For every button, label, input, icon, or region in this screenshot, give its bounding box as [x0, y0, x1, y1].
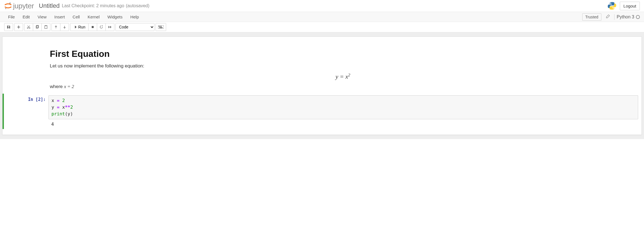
restart-run-all-button[interactable] [106, 23, 114, 31]
input-area: x = 2 y = x**2 print(y) 4 [48, 95, 638, 127]
notebook-name[interactable]: Untitled [39, 2, 60, 9]
paste-button[interactable] [42, 23, 50, 31]
svg-rect-10 [159, 26, 159, 27]
svg-point-3 [29, 28, 30, 29]
svg-rect-12 [161, 26, 162, 27]
menu-help[interactable]: Help [126, 12, 143, 21]
run-group: Run [70, 23, 114, 31]
svg-rect-8 [92, 26, 94, 28]
cut-button[interactable] [24, 23, 33, 31]
cell-type-select[interactable]: Code [115, 23, 154, 31]
header: jupyter Untitled Last Checkpoint: 2 minu… [0, 0, 644, 12]
menu-widgets[interactable]: Widgets [104, 12, 126, 21]
toolbar: Run Code [0, 22, 644, 32]
logo[interactable]: jupyter [4, 2, 34, 10]
svg-rect-13 [159, 27, 163, 28]
svg-point-0 [9, 3, 11, 4]
equation-display: y = x2 [50, 72, 636, 80]
move-group [51, 23, 69, 31]
menu-cell[interactable]: Cell [69, 12, 84, 21]
code-output: 4 [48, 119, 638, 127]
trusted-indicator[interactable]: Trusted [582, 13, 601, 21]
restart-button[interactable] [97, 23, 106, 31]
copy-button[interactable] [33, 23, 42, 31]
heading: First Equation [50, 49, 636, 59]
menu-file[interactable]: File [4, 12, 19, 21]
jupyter-icon [4, 2, 12, 10]
menu-edit[interactable]: Edit [19, 12, 34, 21]
command-palette-button[interactable] [156, 23, 166, 31]
notebook-container: First Equation Let us now implement the … [2, 37, 642, 135]
interrupt-button[interactable] [89, 23, 97, 31]
svg-rect-9 [158, 25, 164, 29]
logout-button[interactable]: Logout [620, 2, 640, 10]
move-up-button[interactable] [51, 23, 60, 31]
menu-view[interactable]: View [34, 12, 50, 21]
code-cell[interactable]: In [2]: x = 2 y = x**2 print(y) 4 [3, 94, 641, 129]
divider [614, 14, 614, 20]
python-icon [608, 1, 616, 10]
autosaved-status: (autosaved) [126, 3, 149, 8]
svg-rect-11 [160, 26, 161, 27]
edit-group [24, 23, 50, 31]
add-cell-button[interactable] [14, 23, 23, 31]
kernel-name[interactable]: Python 3 [617, 14, 634, 20]
kernel-indicator-icon [636, 15, 640, 19]
logo-text: jupyter [13, 2, 34, 10]
where-text: where x = 2 [50, 83, 636, 90]
run-label: Run [78, 25, 85, 29]
svg-point-1 [5, 8, 6, 9]
menu-insert[interactable]: Insert [50, 12, 69, 21]
intro-text: Let us now implement the following equat… [50, 62, 636, 70]
markdown-cell[interactable]: First Equation Let us now implement the … [3, 42, 641, 94]
code-input[interactable]: x = 2 y = x**2 print(y) [48, 95, 638, 119]
input-prompt: In [2]: [4, 95, 48, 127]
notebook-area: First Equation Let us now implement the … [0, 32, 644, 139]
pencil-icon[interactable] [606, 14, 610, 19]
move-down-button[interactable] [60, 23, 69, 31]
svg-rect-7 [45, 25, 46, 26]
save-button[interactable] [4, 23, 13, 31]
menubar: File Edit View Insert Cell Kernel Widget… [0, 12, 644, 22]
menu-kernel[interactable]: Kernel [84, 12, 104, 21]
run-button[interactable]: Run [70, 23, 89, 31]
svg-point-2 [27, 28, 28, 29]
checkpoint-status: Last Checkpoint: 2 minutes ago [62, 3, 124, 8]
